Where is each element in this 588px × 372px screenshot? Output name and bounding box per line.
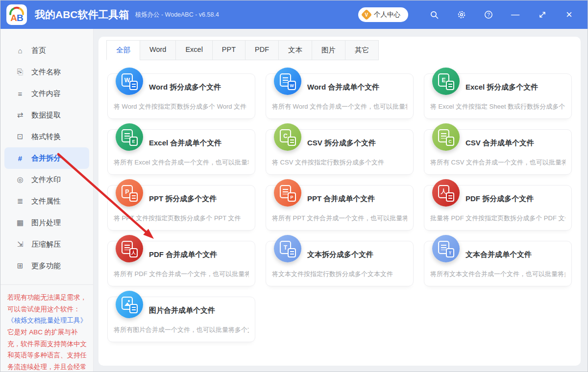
- sidebar-item-merge-split[interactable]: #合并拆分: [4, 147, 89, 169]
- card-description: 批量将 PDF 文件按指定页数拆分成多个 PDF 文件: [430, 214, 565, 223]
- app-subtitle: 核烁办公 - WodeABC - v6.58.4: [135, 11, 219, 19]
- function-card[interactable]: T文本合并成单个文件将所有文本文件合并成一个文件，也可以批量将多: [424, 241, 572, 286]
- sidebar: ⌂首页⎘文件名称≡文件内容⇄数据提取⊡格式转换#合并拆分◎文件水印≣文件属性▦图…: [0, 29, 94, 372]
- close-icon[interactable]: ×: [556, 5, 583, 24]
- title-bar: AB 我的ABC软件工具箱 核烁办公 - WodeABC - v6.58.4 V…: [0, 0, 588, 29]
- card-description: 将所有 Word 文件合并成一个文件，也可以批量将多: [272, 102, 407, 111]
- function-card[interactable]: 人PDF 合并成单个文件将所有 PDF 文件合并成一个文件，也可以批量将多: [107, 241, 255, 286]
- svg-text:?: ?: [487, 12, 490, 18]
- sidebar-item-file-props[interactable]: ≣文件属性: [4, 190, 89, 212]
- card-title: Excel 合并成单个文件: [149, 136, 249, 148]
- card-title: PDF 拆分成多个文件: [466, 192, 565, 204]
- main-area: 全部WordExcelPPTPDF文本图片其它 WWord 拆分成多个文件将 W…: [94, 29, 588, 372]
- card-title: PPT 合并成单个文件: [307, 192, 407, 204]
- data-extract-icon: ⇄: [15, 111, 25, 119]
- card-title: 图片合并成单个文件: [149, 303, 249, 315]
- csv-split-icon: C: [274, 123, 301, 151]
- function-card[interactable]: EExcel 拆分成多个文件将 Excel 文件按指定 Sheet 数或行数拆分…: [424, 73, 572, 119]
- merge-split-icon: #: [15, 154, 25, 163]
- tab-PDF[interactable]: PDF: [245, 40, 279, 60]
- card-title: CSV 合并成单个文件: [466, 136, 565, 148]
- tab-Excel[interactable]: Excel: [175, 40, 212, 60]
- sidebar-item-format-convert[interactable]: ⊡格式转换: [4, 126, 89, 147]
- card-description: 将所有 Excel 文件合并成一个文件，也可以批量将多: [114, 158, 249, 167]
- tab-其它[interactable]: 其它: [345, 40, 379, 60]
- card-title: PDF 合并成单个文件: [149, 248, 249, 259]
- function-card[interactable]: WWord 拆分成多个文件将 Word 文件按指定页数拆分成多个 Word 文件: [107, 73, 255, 119]
- card-title: Word 合并成单个文件: [307, 80, 407, 92]
- excel-merge-icon: E: [116, 123, 143, 151]
- app-title: 我的ABC软件工具箱: [35, 8, 129, 22]
- promo-text-1: 若现有功能无法满足需求，可以尝试使用这个软件：: [7, 292, 87, 315]
- sidebar-item-label: 文件名称: [31, 68, 61, 77]
- vip-badge-icon: V: [361, 9, 372, 21]
- csv-merge-icon: C: [432, 123, 460, 151]
- file-watermark-icon: ◎: [15, 175, 25, 184]
- help-icon[interactable]: ?: [475, 5, 502, 24]
- card-description: 将所有文本文件合并成一个文件，也可以批量将多: [430, 270, 565, 279]
- sidebar-item-label: 压缩解压: [31, 240, 61, 249]
- sidebar-item-label: 格式转换: [31, 132, 61, 141]
- function-card[interactable]: CCSV 合并成单个文件将所有 CSV 文件合并成一个文件，也可以批量将多: [424, 129, 572, 175]
- search-icon[interactable]: [421, 5, 448, 24]
- sidebar-item-home[interactable]: ⌂首页: [4, 40, 89, 61]
- promo-link[interactable]: 《核烁文档批量处理工具》: [7, 315, 87, 326]
- sidebar-item-label: 文件内容: [31, 89, 61, 98]
- pdf-merge-icon: 人: [116, 235, 143, 262]
- function-card[interactable]: PPPT 拆分成多个文件将 PPT 文件按指定页数拆分成多个 PPT 文件: [107, 185, 255, 231]
- minimize-icon[interactable]: —: [502, 5, 529, 24]
- sidebar-item-more-features[interactable]: ⊞更多功能: [4, 255, 89, 277]
- card-description: 将 CSV 文件按指定行数拆分成多个文件: [272, 158, 407, 167]
- sidebar-item-label: 合并拆分: [31, 154, 61, 163]
- content-panel: 全部WordExcelPPTPDF文本图片其它 WWord 拆分成多个文件将 W…: [98, 37, 581, 366]
- sidebar-item-data-extract[interactable]: ⇄数据提取: [4, 104, 89, 126]
- function-card[interactable]: WWord 合并成单个文件将所有 Word 文件合并成一个文件，也可以批量将多: [266, 73, 414, 119]
- tab-图片[interactable]: 图片: [312, 40, 345, 60]
- personal-center-button[interactable]: V 个人中心: [358, 7, 408, 22]
- sidebar-item-file-watermark[interactable]: ◎文件水印: [4, 169, 89, 190]
- sidebar-item-file-name[interactable]: ⎘文件名称: [4, 61, 89, 83]
- sidebar-item-file-content[interactable]: ≡文件内容: [4, 83, 89, 104]
- app-logo-icon: AB: [6, 4, 27, 25]
- sidebar-item-image-process[interactable]: ▦图片处理: [4, 212, 89, 233]
- card-title: 文本合并成单个文件: [466, 248, 565, 259]
- pdf-split-icon: 人: [432, 179, 460, 207]
- function-card-grid: WWord 拆分成多个文件将 Word 文件按指定页数拆分成多个 Word 文件…: [98, 60, 581, 342]
- function-card[interactable]: CCSV 拆分成多个文件将 CSV 文件按指定行数拆分成多个文件: [266, 129, 414, 175]
- sidebar-item-label: 更多功能: [31, 261, 61, 271]
- sidebar-item-compress[interactable]: ⇲压缩解压: [4, 233, 89, 255]
- function-card[interactable]: 人PDF 拆分成多个文件批量将 PDF 文件按指定页数拆分成多个 PDF 文件: [424, 185, 572, 231]
- app-window: AB 我的ABC软件工具箱 核烁办公 - WodeABC - v6.58.4 V…: [0, 0, 588, 372]
- sidebar-item-label: 首页: [31, 46, 46, 55]
- excel-split-icon: E: [432, 68, 460, 95]
- function-card[interactable]: T文本拆分成多个文件将文本文件按指定行数拆分成多个文本文件: [266, 241, 414, 286]
- function-card[interactable]: 图片合并成单个文件将所有图片合并成一个文件，也可以批量将多个文件: [107, 297, 255, 342]
- home-icon: ⌂: [15, 46, 25, 55]
- tab-Word[interactable]: Word: [140, 40, 176, 60]
- card-title: 文本拆分成多个文件: [307, 248, 407, 259]
- more-features-icon: ⊞: [15, 261, 25, 270]
- function-card[interactable]: EExcel 合并成单个文件将所有 Excel 文件合并成一个文件，也可以批量将…: [107, 129, 255, 175]
- sidebar-item-label: 数据提取: [31, 111, 61, 120]
- file-content-icon: ≡: [15, 90, 25, 98]
- word-merge-icon: W: [274, 68, 301, 95]
- sidebar-item-label: 文件属性: [31, 197, 61, 206]
- maximize-icon[interactable]: [529, 5, 556, 24]
- card-description: 将所有 CSV 文件合并成一个文件，也可以批量将多: [430, 158, 565, 167]
- card-title: Word 拆分成多个文件: [149, 80, 249, 92]
- promo-text-2: 它是对 ABC 的扩展与补充，软件界面支持简体中文和英语等多种语言、支持任务流连…: [7, 326, 87, 372]
- card-description: 将 Word 文件按指定页数拆分成多个 Word 文件: [114, 102, 249, 111]
- format-convert-icon: ⊡: [15, 132, 25, 141]
- function-card[interactable]: PPPT 合并成单个文件将所有 PPT 文件合并成一个文件，也可以批量将多: [266, 185, 414, 231]
- sidebar-item-label: 图片处理: [31, 218, 61, 228]
- file-props-icon: ≣: [15, 197, 25, 206]
- settings-gear-icon[interactable]: [448, 5, 475, 24]
- file-name-icon: ⎘: [15, 68, 25, 76]
- tab-PPT[interactable]: PPT: [212, 40, 245, 60]
- tab-全部[interactable]: 全部: [106, 40, 140, 60]
- compress-icon: ⇲: [15, 240, 25, 249]
- text-merge-icon: T: [432, 235, 460, 262]
- tab-文本[interactable]: 文本: [278, 40, 312, 60]
- card-description: 将所有 PDF 文件合并成一个文件，也可以批量将多: [114, 270, 249, 279]
- sidebar-divider: [0, 284, 93, 285]
